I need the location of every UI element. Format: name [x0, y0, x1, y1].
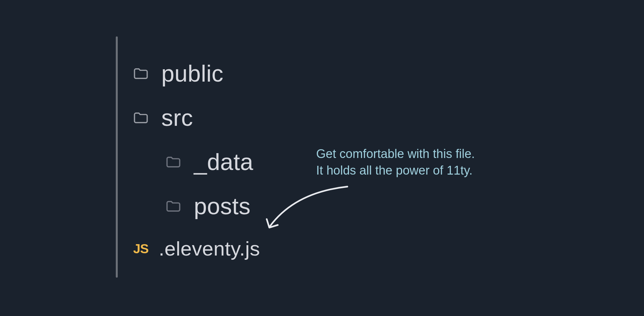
- folder-icon: [131, 108, 150, 127]
- tree-item-folder[interactable]: _data: [131, 150, 260, 174]
- tree-item-label: posts: [194, 194, 251, 218]
- annotation-line-1: Get comfortable with this file.: [316, 146, 475, 162]
- tree-item-label: public: [161, 62, 223, 85]
- tree-item-folder[interactable]: public: [131, 62, 260, 85]
- annotation-line-2: It holds all the power of 11ty.: [316, 162, 475, 179]
- folder-icon: [131, 64, 150, 83]
- tree-item-label: _data: [194, 150, 253, 174]
- annotation-arrow: [263, 185, 348, 230]
- tree-item-folder[interactable]: posts: [131, 194, 260, 218]
- vertical-rule: [116, 36, 118, 278]
- file-tree: public src _data posts JS .eleventy.js: [131, 62, 260, 280]
- js-file-icon: JS: [131, 239, 150, 258]
- tree-item-file[interactable]: JS .eleventy.js: [131, 239, 260, 259]
- folder-icon: [164, 197, 183, 216]
- tree-item-label: .eleventy.js: [159, 239, 260, 259]
- tree-item-label: src: [161, 106, 193, 129]
- tree-item-folder[interactable]: src: [131, 106, 260, 129]
- js-icon-text: JS: [133, 242, 149, 256]
- folder-icon: [164, 152, 183, 171]
- annotation-text: Get comfortable with this file. It holds…: [316, 146, 475, 179]
